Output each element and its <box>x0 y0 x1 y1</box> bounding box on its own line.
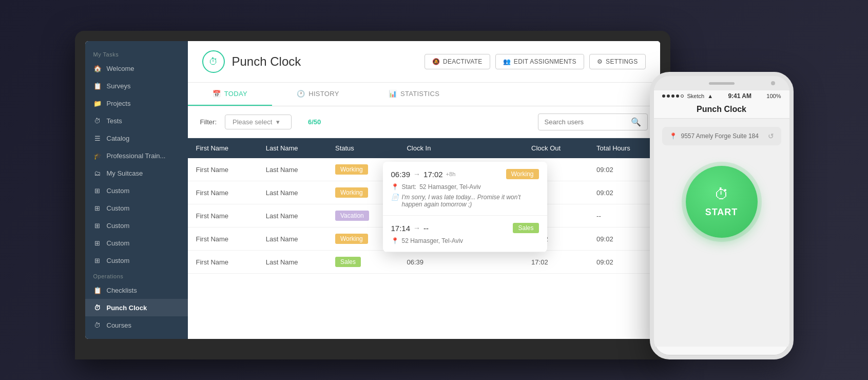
col-status: Status <box>327 138 398 158</box>
location-pin-icon: 📍 <box>669 132 677 140</box>
edit-assignments-button[interactable]: 👥 EDIT ASSIGNMENTS <box>495 54 584 69</box>
settings-button[interactable]: ⚙ SETTINGS <box>589 54 646 69</box>
laptop-screen: My Tasks 🏠 Welcome 📋 Surveys 📁 Projects … <box>85 41 660 339</box>
phone-title: Punch Clock <box>697 105 746 114</box>
tab-today[interactable]: 📅 TODAY <box>188 83 272 106</box>
cell-first-name: First Name <box>188 204 258 227</box>
sidebar-item-label: Custom <box>107 257 130 264</box>
sidebar-item-label: My Suitcase <box>107 169 143 177</box>
cell-total: 09:02 <box>588 251 660 274</box>
punchclock-icon: ⏱ <box>93 303 102 312</box>
catalog-icon: ☰ <box>93 134 102 142</box>
edit-assignments-icon: 👥 <box>503 58 511 65</box>
popup-location: 📍 Start: 52 Hamasger, Tel-Aviv <box>391 183 539 191</box>
sidebar-item-label: Surveys <box>107 82 131 90</box>
popup-time-2: 17:14 → -- <box>391 224 429 233</box>
cell-total: 09:02 <box>588 181 660 204</box>
sidebar-item-professional-train[interactable]: 🎓 Professional Train... <box>85 147 188 164</box>
sidebar-item-my-suitcase[interactable]: 🗂 My Suitcase <box>85 164 188 182</box>
tab-history[interactable]: 🕐 HISTORY <box>272 83 364 106</box>
cell-total: 09:02 <box>588 227 660 251</box>
tab-statistics-icon: 📊 <box>389 90 397 98</box>
signal-dot-2 <box>667 94 670 98</box>
signal-dot-5 <box>681 94 684 98</box>
graduation-icon: 🎓 <box>93 151 102 160</box>
sidebar-item-custom4[interactable]: ⊞ Custom <box>85 234 188 252</box>
sidebar-item-custom5[interactable]: ⊞ Custom <box>85 252 188 269</box>
cell-first-name: First Name <box>188 251 258 274</box>
popup-start-time-2: 17:14 <box>391 224 411 233</box>
search-icon: 🔍 <box>631 117 641 127</box>
col-clock-in: Clock In <box>398 138 456 158</box>
sidebar-item-surveys[interactable]: 📋 Surveys <box>85 77 188 94</box>
filter-select[interactable]: Please select ▾ <box>225 115 292 129</box>
table-row: First Name Last Name Sales 06:39 17:02 0… <box>188 251 660 274</box>
sidebar-item-catalog[interactable]: ☰ Catalog <box>85 129 188 147</box>
punch-clock-header-icon: ⏱ <box>202 50 225 73</box>
deactivate-button[interactable]: 🔕 DEACTIVATE <box>425 54 490 69</box>
popup-end-time: 17:02 <box>423 170 443 179</box>
sidebar-item-checklists[interactable]: 📋 Checklists <box>85 281 188 299</box>
courses-icon: ⏱ <box>93 321 102 329</box>
popup-end-time-2: -- <box>423 224 429 233</box>
status-badge: Working <box>335 234 368 244</box>
signal-dot-1 <box>662 94 665 98</box>
search-box[interactable]: 🔍 <box>538 113 648 130</box>
popup-badge-1: Working <box>506 169 539 179</box>
sidebar-item-label: Tests <box>107 117 122 125</box>
tabs-bar: 📅 TODAY 🕐 HISTORY 📊 STATISTICS <box>188 83 660 106</box>
sidebar-item-projects[interactable]: 📁 Projects <box>85 94 188 112</box>
phone-location-bar: 📍 9557 Amely Forge Suite 184 ↺ <box>662 127 781 145</box>
custom4-icon: ⊞ <box>93 239 102 247</box>
sidebar-item-label: Punch Clock <box>107 304 147 312</box>
settings-icon: ⚙ <box>597 58 603 65</box>
custom3-icon: ⊞ <box>93 221 102 230</box>
popup-location-label: Start: <box>402 183 417 191</box>
custom2-icon: ⊞ <box>93 204 102 212</box>
sidebar-item-label: Courses <box>107 321 131 329</box>
chevron-down-icon: ▾ <box>276 118 280 126</box>
sidebar-item-tests[interactable]: ⏱ Tests <box>85 112 188 129</box>
cell-first-name: First Name <box>188 227 258 251</box>
start-button[interactable]: ⏱ START <box>686 166 758 238</box>
signal-dot-3 <box>671 94 674 98</box>
cell-first-name: First Name <box>188 181 258 204</box>
col-notes <box>456 138 523 158</box>
refresh-icon[interactable]: ↺ <box>768 132 774 140</box>
custom5-icon: ⊞ <box>93 256 102 264</box>
sidebar-item-punch-clock[interactable]: ⏱ Punch Clock <box>85 299 188 316</box>
time-entry-popup: 06:39 → 17:02 +8h Working 📍 Start: 52 Ha… <box>383 162 547 252</box>
location-icon: 📍 <box>391 183 399 191</box>
sidebar-item-courses[interactable]: ⏱ Courses <box>85 316 188 334</box>
location-icon-2: 📍 <box>391 237 399 244</box>
cell-last-name: Last Name <box>258 227 327 251</box>
custom1-icon: ⊞ <box>93 186 102 195</box>
sidebar-item-custom1[interactable]: ⊞ Custom <box>85 182 188 199</box>
checklists-icon: 📋 <box>93 286 102 294</box>
search-input[interactable] <box>545 118 627 126</box>
sidebar-item-label: Welcome <box>107 65 134 72</box>
page-title-area: ⏱ Punch Clock <box>202 50 301 73</box>
page-header: ⏱ Punch Clock 🔕 DEACTIVATE 👥 EDIT ASSIGN… <box>188 41 660 83</box>
header-actions: 🔕 DEACTIVATE 👥 EDIT ASSIGNMENTS ⚙ SETTIN… <box>425 54 646 69</box>
popup-time-row-1: 06:39 → 17:02 +8h Working <box>391 169 539 179</box>
sidebar-item-custom2[interactable]: ⊞ Custom <box>85 199 188 217</box>
popup-location-value: 52 Hamasger, Tel-Aviv <box>419 183 481 191</box>
popup-start-time: 06:39 <box>391 170 411 179</box>
sidebar-item-label: Checklists <box>107 287 137 294</box>
col-total-hours: Total Hours <box>588 138 660 158</box>
phone-time: 9:41 AM <box>728 92 751 100</box>
status-badge: Working <box>335 187 368 198</box>
cell-last-name: Last Name <box>258 181 327 204</box>
popup-time-1: 06:39 → 17:02 +8h <box>391 170 456 179</box>
tab-today-icon: 📅 <box>213 90 221 98</box>
scene: My Tasks 🏠 Welcome 📋 Surveys 📁 Projects … <box>75 21 794 359</box>
phone-title-bar: Punch Clock <box>654 102 789 119</box>
sidebar-item-custom3[interactable]: ⊞ Custom <box>85 217 188 234</box>
cell-clock-out: 17:02 <box>523 251 588 274</box>
sidebar-item-welcome[interactable]: 🏠 Welcome <box>85 60 188 77</box>
tab-statistics[interactable]: 📊 STATISTICS <box>364 83 465 106</box>
status-badge: Vacation <box>335 211 369 221</box>
cell-notes <box>456 251 523 274</box>
popup-time-row-2: 17:14 → -- Sales <box>391 223 539 233</box>
